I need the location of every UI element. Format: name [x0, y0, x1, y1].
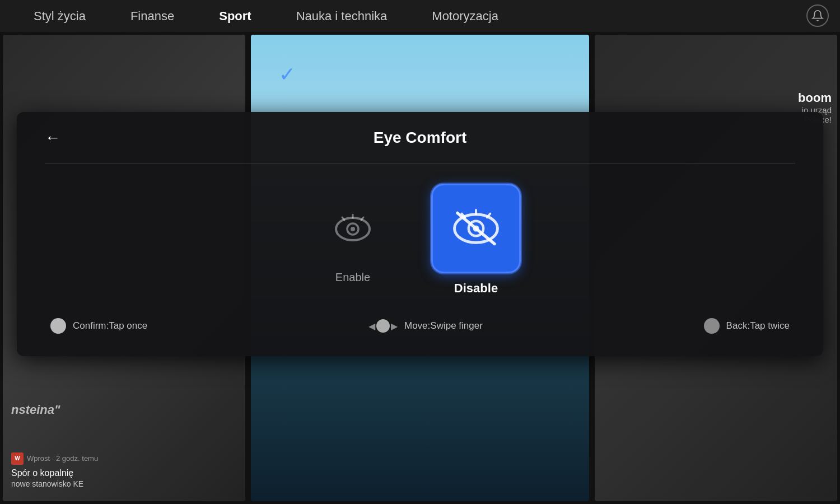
- source-logo: W: [11, 452, 24, 465]
- nav-item-nauka[interactable]: Nauka i technika: [274, 9, 410, 24]
- nav-item-styl-zycia[interactable]: Styl życia: [11, 9, 108, 24]
- disable-option[interactable]: Disable: [431, 184, 521, 296]
- nav-item-motoryzacja[interactable]: Motoryzacja: [409, 9, 521, 24]
- disable-icon-wrapper: [431, 184, 521, 273]
- confirm-dot: [50, 318, 66, 334]
- back-control: Back:Tap twice: [704, 318, 790, 334]
- confirm-control: Confirm:Tap once: [50, 318, 147, 334]
- eye-open-icon: [330, 214, 375, 245]
- move-label: Move:Swipe finger: [404, 320, 483, 332]
- card-subheadline: nowe stanowisko KE: [11, 479, 237, 490]
- arrow-left-icon: ◀: [368, 321, 375, 332]
- move-icon: ◀ ▶: [368, 319, 398, 333]
- card-headline: Spór o kopalnię: [11, 468, 237, 479]
- enable-option[interactable]: Enable: [319, 196, 386, 284]
- move-control: ◀ ▶ Move:Swipe finger: [368, 319, 483, 333]
- bottom-controls: Confirm:Tap once ◀ ▶ Move:Swipe finger B…: [45, 318, 795, 334]
- confirm-label: Confirm:Tap once: [73, 320, 147, 332]
- enable-icon-wrapper: [319, 196, 386, 263]
- top-navigation: Styl życia Finanse Sport Nauka i technik…: [0, 0, 840, 32]
- enable-label: Enable: [335, 271, 370, 284]
- nav-item-sport[interactable]: Sport: [197, 9, 273, 24]
- left-partial-text: nsteina": [11, 403, 60, 417]
- move-dot: [376, 319, 390, 333]
- back-label: Back:Tap twice: [726, 320, 790, 332]
- disable-label: Disable: [454, 281, 498, 296]
- back-button[interactable]: ←: [45, 129, 60, 147]
- source-name: Wprost · 2 godz. temu: [27, 454, 98, 463]
- svg-point-2: [351, 227, 355, 231]
- overlay-header: ← Eye Comfort: [45, 129, 795, 147]
- options-row: Enable Disable: [45, 184, 795, 296]
- left-card-overlay: W Wprost · 2 godz. temu Spór o kopalnię …: [11, 452, 237, 490]
- notification-icon[interactable]: [806, 4, 829, 27]
- divider: [45, 164, 795, 164]
- arrow-right-icon: ▶: [391, 321, 398, 332]
- eye-comfort-overlay: ← Eye Comfort Enable: [17, 112, 823, 356]
- nav-item-finanse[interactable]: Finanse: [108, 9, 197, 24]
- eye-disabled-icon: [445, 206, 507, 251]
- overlay-title: Eye Comfort: [374, 129, 466, 147]
- source-info: W Wprost · 2 godz. temu: [11, 452, 237, 465]
- back-dot: [704, 318, 720, 334]
- right-text-1: boom: [798, 91, 832, 105]
- checkmark-overlay: ✓: [279, 63, 296, 86]
